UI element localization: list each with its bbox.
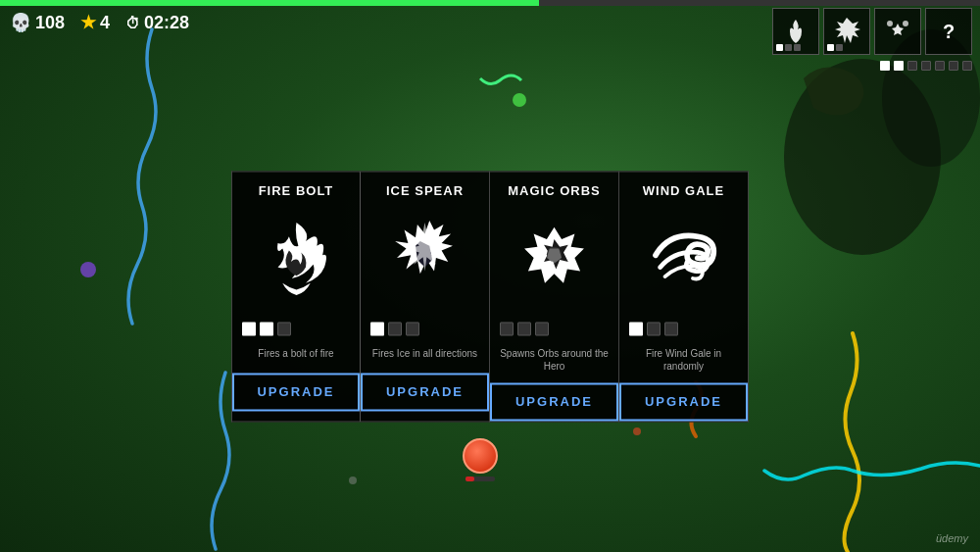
svg-point-6 [887,21,893,26]
star-value: 4 [100,13,110,33]
ice-spear-description: Fires Ice in all directions [365,343,485,373]
fire-bolt-title: FIRE BOLT [251,172,342,206]
inv-slot-3 [874,8,921,55]
magic-orbs-icon-area [501,206,609,314]
wind-gale-level [619,322,678,335]
inv-slot-1 [772,8,819,55]
level-dot-2 [388,322,402,335]
level-dot-1 [500,322,514,335]
health-fill [0,0,539,6]
fire-bolt-icon [250,213,343,306]
wind-gale-icon [637,213,730,306]
upgrade-menu: FIRE BOLT Fires a bolt of fire UPGRADE I… [231,171,749,422]
svg-point-2 [633,427,641,435]
wind-gale-title: WIND GALE [635,172,732,206]
svg-point-0 [80,262,96,277]
svg-point-7 [903,21,908,26]
fire-bolt-description: Fires a bolt of fire [250,343,341,373]
ice-spear-icon [378,213,471,306]
wind-gale-description: Fire Wind Gale in randomly [619,343,748,382]
player [463,438,498,474]
timer-value: 02:28 [144,13,189,33]
upgrade-ice-spear-button[interactable]: UPGRADE [361,373,489,411]
udemy-watermark: üdemy [936,532,968,544]
level-dot-1 [629,322,643,335]
upgrade-magic-orbs-button[interactable]: UPGRADE [490,382,618,421]
star-stat: ★ 4 [80,12,110,33]
hud-panel: 💀 108 ★ 4 ⏱ 02:28 [10,12,189,33]
wind-gale-icon-area [630,206,738,314]
magic-orbs-description: Spawns Orbs around the Hero [490,343,618,382]
timer-stat: ⏱ 02:28 [125,13,189,33]
upgrade-card-magic-orbs: MAGIC ORBS Spawns Orbs around the Hero U… [490,171,619,422]
star-icon: ★ [80,12,96,33]
inventory-dots [880,61,972,71]
inventory-panel: ? [772,8,972,55]
level-dot-1 [242,322,256,335]
level-dot-1 [370,322,384,335]
fire-bolt-icon-area [242,206,350,314]
level-dot-2 [517,322,531,335]
magic-orbs-title: MAGIC ORBS [500,172,609,206]
svg-point-4 [784,59,941,255]
score-value: 108 [35,13,65,33]
inv-slot-2 [823,8,870,55]
svg-point-1 [513,93,526,107]
ice-spear-icon-area [371,206,479,314]
upgrade-fire-bolt-button[interactable]: UPGRADE [232,373,360,411]
fire-bolt-level [232,322,291,335]
level-dot-3 [277,322,291,335]
ice-spear-level [361,322,419,335]
inv-slot-4: ? [925,8,972,55]
skull-icon: 💀 [10,12,31,33]
magic-orbs-icon [508,213,601,306]
score-stat: 💀 108 [10,12,65,33]
upgrade-card-wind-gale: WIND GALE Fire Wind Gale in randomly UPG… [619,171,749,422]
magic-orbs-level [490,322,549,335]
level-dot-3 [406,322,419,335]
timer-icon: ⏱ [125,15,140,31]
level-dot-3 [535,322,549,335]
upgrade-card-ice-spear: ICE SPEAR Fires Ice in all directions UP… [361,171,490,422]
level-dot-2 [260,322,273,335]
svg-point-3 [349,477,357,484]
upgrade-card-fire-bolt: FIRE BOLT Fires a bolt of fire UPGRADE [231,171,361,422]
level-dot-3 [664,322,678,335]
top-health-bar [0,0,980,6]
ice-spear-title: ICE SPEAR [378,172,471,206]
level-dot-2 [647,322,661,335]
upgrade-wind-gale-button[interactable]: UPGRADE [619,382,748,421]
